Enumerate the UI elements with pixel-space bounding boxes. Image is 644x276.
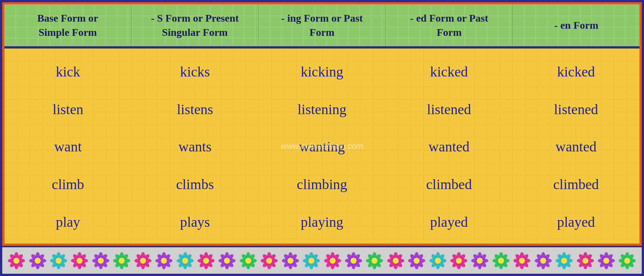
svg-point-44 [98,257,104,263]
flower-icon [92,252,109,269]
flower-icon [155,252,172,269]
data-cell-4-4: played [513,214,640,230]
flower-icon [556,252,573,269]
svg-point-170 [393,257,399,263]
svg-point-53 [119,257,125,263]
flower-icon [197,252,215,269]
header-cell-ing-form: - ing Form or PastForm [259,4,386,46]
svg-point-152 [351,257,357,263]
svg-point-251 [582,257,588,263]
svg-point-26 [56,257,62,263]
header-cell-en-form: - en Form [513,4,640,46]
svg-point-242 [561,257,567,263]
svg-point-260 [603,257,609,263]
flower-icon [387,252,404,269]
header-cell-base: Base Form orSimple Form [4,4,132,46]
flower-icon [261,252,278,269]
data-cell-0-3: kicked [386,63,513,80]
svg-point-161 [371,257,377,263]
flower-icon [50,252,67,269]
flower-icon [429,252,447,269]
data-cell-2-3: wanted [386,138,513,155]
body-area: kickkickskickingkickedkickedlistenlisten… [4,48,640,244]
svg-point-269 [624,257,630,263]
data-cell-4-2: playing [258,214,385,230]
deco-strip [2,246,642,274]
flower-icon [324,252,341,269]
data-cell-0-4: kicked [513,63,640,80]
header-row: Base Form orSimple Form- S Form or Prese… [4,4,640,48]
flower-icon [535,252,552,269]
svg-point-143 [329,257,335,263]
svg-point-206 [477,257,483,263]
data-cell-2-1: wants [131,138,258,155]
svg-point-89 [203,257,209,263]
data-cell-3-3: climbed [386,176,513,192]
flower-icon [619,252,636,269]
data-cell-0-1: kicks [131,63,258,80]
flower-icon [450,252,467,269]
flower-icon [282,252,299,269]
svg-point-116 [266,257,272,263]
data-cell-4-1: plays [131,214,258,230]
header-cell-ed-form: - ed Form or PastForm [386,4,513,46]
data-row-4: playplaysplayingplayedplayed [4,203,640,241]
flower-icon [177,252,194,269]
table-container: Base Form orSimple Form- S Form or Prese… [2,2,642,246]
svg-point-134 [308,257,314,263]
data-cell-3-4: climbed [513,176,640,192]
data-cell-0-0: kick [4,63,131,80]
data-cell-3-1: climbs [131,176,258,192]
flower-icon [240,252,257,269]
svg-point-125 [287,257,293,263]
svg-point-215 [498,257,504,263]
data-cell-1-2: listening [258,101,385,117]
svg-point-224 [519,257,525,263]
data-cell-4-0: play [4,214,131,230]
svg-point-188 [435,257,441,263]
flower-icon [303,252,320,269]
data-cell-1-0: listen [4,101,131,117]
data-cell-2-2: wanting [258,138,385,155]
svg-point-35 [77,257,83,263]
svg-point-62 [140,257,146,263]
header-cell-s-form: - S Form or PresentSingular Form [132,4,259,46]
svg-point-179 [414,257,420,263]
flower-icon [577,252,594,269]
svg-point-98 [224,257,230,263]
flower-icon [29,252,46,269]
data-row-1: listenlistenslisteninglistenedlistened [4,91,640,128]
flower-icon [513,252,531,269]
svg-point-80 [182,257,188,263]
flower-icon [71,252,88,269]
data-row-0: kickkickskickingkickedkicked [4,53,640,91]
data-row-2: wantwantswantingwantedwanted [4,128,640,166]
data-cell-2-0: want [4,138,131,155]
data-cell-2-4: wanted [513,138,640,155]
svg-point-107 [245,257,251,263]
data-cell-3-2: climbing [258,176,385,192]
flower-icon [345,252,362,269]
data-cell-1-3: listened [386,101,513,117]
svg-point-71 [161,257,167,263]
data-cell-1-1: listens [131,101,258,117]
svg-point-197 [456,257,462,263]
flower-icon [408,252,425,269]
svg-point-8 [13,257,19,263]
flower-icon [492,252,510,269]
data-cell-4-3: played [386,214,513,230]
flower-icon [113,252,130,269]
svg-point-17 [35,257,41,263]
flower-icon [598,252,615,269]
data-cell-3-0: climb [4,176,131,192]
flower-icon [134,252,152,269]
data-cell-1-4: listened [513,101,640,117]
data-row-3: climbclimbsclimbingclimbedclimbed [4,166,640,203]
flower-icon [218,252,236,269]
outer-wrapper: Base Form orSimple Form- S Form or Prese… [0,0,644,276]
data-cell-0-2: kicking [258,63,385,80]
flower-icon [8,252,25,269]
svg-point-233 [540,257,546,263]
flower-icon [471,252,488,269]
flower-icon [366,252,383,269]
